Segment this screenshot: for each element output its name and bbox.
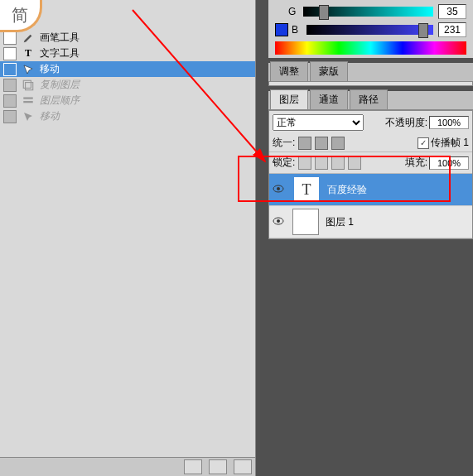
g-slider-row: G 35	[275, 3, 466, 20]
tab-adjust[interactable]: 调整	[270, 61, 308, 81]
layer-order-icon	[22, 94, 35, 108]
brush-tool-icon	[22, 32, 35, 44]
g-slider[interactable]	[303, 7, 433, 17]
propagate-checkbox[interactable]	[417, 137, 429, 149]
svg-rect-0	[23, 80, 31, 88]
tab-channels[interactable]: 通道	[310, 89, 348, 109]
tool-copy-layer-label: 复制图层	[40, 78, 80, 92]
checkbox-disabled	[3, 79, 17, 92]
unify-btn-3[interactable]	[331, 137, 345, 150]
b-swatch	[275, 23, 288, 36]
g-label: G	[288, 6, 298, 17]
right-panel: G 35 B 231 调整 蒙版 图层 通道 路径 正常 不透明度: 100%	[268, 0, 473, 476]
trash-icon[interactable]	[234, 459, 252, 474]
svg-rect-1	[26, 82, 33, 89]
svg-point-5	[277, 187, 280, 190]
move-tool-icon	[22, 65, 35, 75]
lock-row: 锁定: 填充: 100%	[269, 151, 472, 174]
lock-pixels-icon[interactable]	[315, 156, 328, 170]
lock-position-icon[interactable]	[331, 156, 345, 170]
layer-name: 图层 1	[326, 215, 354, 229]
tools-bottom-bar	[0, 457, 255, 476]
unify-btn-1[interactable]	[298, 137, 311, 150]
blend-mode-select[interactable]: 正常	[273, 114, 364, 131]
layers-top-row: 正常 不透明度: 100%	[269, 111, 472, 134]
tools-panel: 画笔工具 T 文字工具 移动 复制图层 图层顺序 移动	[0, 0, 256, 476]
upper-tabs: 调整 蒙版	[268, 63, 473, 82]
layer-item-selected[interactable]: T 百度经验	[269, 174, 472, 206]
svg-rect-3	[23, 101, 32, 103]
tool-layer-order-label: 图层顺序	[40, 94, 80, 108]
lock-label: 锁定:	[273, 156, 295, 170]
spectrum-bar[interactable]	[275, 41, 466, 55]
layer-name: 百度经验	[327, 183, 367, 197]
layer-item[interactable]: 图层 1	[269, 206, 472, 238]
checkbox-disabled	[3, 110, 17, 123]
tool-brush-label: 画笔工具	[40, 31, 80, 45]
visibility-eye-icon[interactable]	[273, 216, 286, 228]
tab-layers[interactable]: 图层	[270, 89, 308, 109]
copy-layer-icon	[22, 79, 35, 92]
checkbox[interactable]	[3, 63, 17, 76]
lock-transparent-icon[interactable]	[298, 156, 311, 170]
lock-all-icon[interactable]	[348, 156, 361, 170]
opacity-value[interactable]: 100%	[429, 116, 469, 129]
tool-copy-layer-row: 复制图层	[0, 77, 255, 93]
fill-label: 填充:	[405, 156, 427, 170]
b-label: B	[292, 24, 302, 36]
text-tool-icon: T	[22, 47, 35, 60]
tool-layer-order-row: 图层顺序	[0, 93, 255, 108]
b-slider-row: B 231	[275, 22, 466, 38]
lower-tabs: 图层 通道 路径	[268, 91, 473, 110]
b-value[interactable]: 231	[438, 22, 466, 37]
layer-thumb-text: T	[292, 175, 321, 204]
checkbox-disabled	[3, 94, 17, 108]
visibility-eye-icon[interactable]	[273, 184, 286, 195]
tool-move2-label: 移动	[40, 109, 60, 123]
tool-move-row[interactable]: 移动	[0, 61, 255, 77]
tool-move-label: 移动	[40, 62, 60, 76]
propagate-label: 传播帧 1	[431, 136, 469, 150]
g-value[interactable]: 35	[438, 4, 466, 19]
move-tool-icon	[22, 112, 35, 122]
tab-mask[interactable]: 蒙版	[310, 61, 348, 81]
color-section: G 35 B 231	[268, 0, 473, 58]
unify-btn-2[interactable]	[315, 137, 328, 150]
layer-thumb-blank	[292, 209, 319, 235]
checkbox[interactable]	[3, 31, 17, 45]
tab-paths[interactable]: 路径	[350, 89, 388, 109]
bottom-btn-1[interactable]	[184, 459, 202, 474]
tool-text-label: 文字工具	[40, 46, 80, 60]
unify-row: 统一: 传播帧 1	[269, 134, 472, 151]
bottom-btn-2[interactable]	[209, 459, 227, 474]
unify-label: 统一:	[273, 136, 295, 150]
tool-move2-row: 移动	[0, 108, 255, 124]
b-slider[interactable]	[306, 25, 433, 35]
tool-text-row[interactable]: T 文字工具	[0, 46, 255, 61]
svg-rect-2	[23, 97, 32, 99]
tool-brush-row[interactable]: 画笔工具	[0, 30, 255, 46]
fill-value[interactable]: 100%	[429, 156, 469, 170]
layers-panel: 正常 不透明度: 100% 统一: 传播帧 1 锁定: 填充:	[268, 110, 473, 239]
svg-point-7	[277, 219, 280, 223]
checkbox[interactable]	[3, 47, 17, 60]
opacity-label: 不透明度:	[385, 116, 427, 130]
